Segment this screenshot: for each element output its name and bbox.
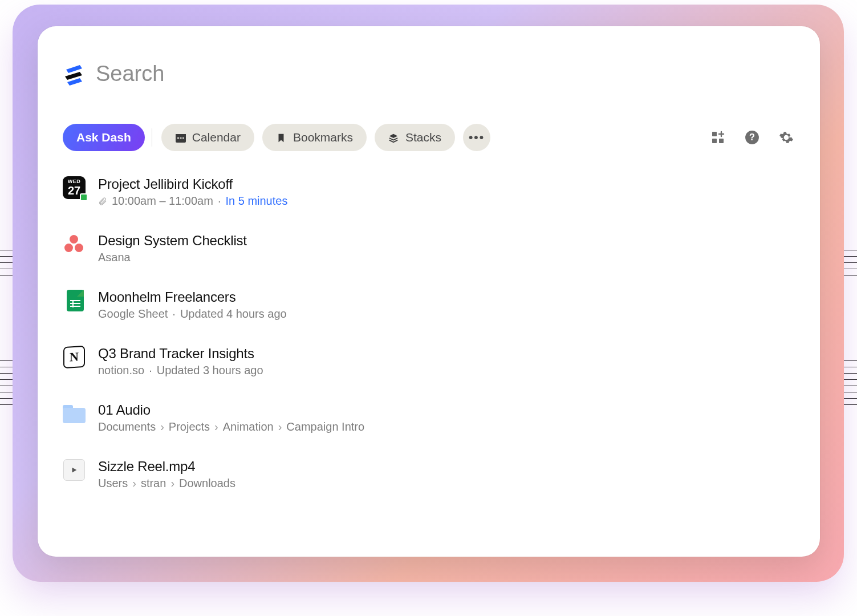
- more-filters-button[interactable]: •••: [463, 124, 490, 151]
- result-breadcrumb: Users› stran› Downloads: [98, 477, 795, 490]
- result-title: Moonhelm Freelancers: [98, 289, 795, 305]
- help-button[interactable]: ?: [744, 129, 761, 146]
- video-file-icon: [63, 459, 86, 481]
- bookmarks-chip[interactable]: Bookmarks: [262, 124, 367, 151]
- result-folder[interactable]: 01 Audio Documents› Projects› Animation›…: [63, 401, 795, 435]
- stacks-icon: [388, 132, 400, 143]
- ellipsis-icon: •••: [469, 131, 485, 144]
- result-subtitle: Asana: [98, 251, 795, 264]
- svg-rect-9: [712, 139, 717, 143]
- settings-button[interactable]: [778, 129, 795, 146]
- svg-marker-0: [66, 65, 82, 73]
- calendar-weekday: WED: [68, 179, 81, 184]
- add-widget-button[interactable]: [709, 129, 726, 146]
- search-row: [63, 62, 795, 86]
- calendar-day: 27: [68, 185, 80, 196]
- notion-icon: N: [63, 346, 86, 368]
- chip-divider: [152, 128, 152, 147]
- calendar-date-icon: WED 27: [63, 176, 86, 199]
- result-breadcrumb: Documents› Projects› Animation› Campaign…: [98, 420, 795, 433]
- filter-chips-row: Ask Dash Calendar Bookmarks Stacks •••: [63, 124, 795, 151]
- result-notion[interactable]: N Q3 Brand Tracker Insights notion.so · …: [63, 345, 795, 378]
- result-calendar-event[interactable]: WED 27 Project Jellibird Kickoff 10:00am…: [63, 175, 795, 209]
- result-video-file[interactable]: Sizzle Reel.mp4 Users› stran› Downloads: [63, 457, 795, 491]
- result-title: Design System Checklist: [98, 233, 795, 249]
- result-subtitle: 10:00am – 11:00am · In 5 minutes: [98, 194, 795, 208]
- chip-label: Bookmarks: [293, 131, 353, 144]
- attachment-icon: [98, 197, 107, 206]
- bookmark-icon: [276, 132, 287, 143]
- svg-rect-6: [180, 137, 181, 139]
- result-title: Project Jellibird Kickoff: [98, 176, 795, 192]
- calendar-chip[interactable]: Calendar: [161, 124, 254, 151]
- search-panel: Ask Dash Calendar Bookmarks Stacks •••: [38, 26, 820, 557]
- result-asana[interactable]: Design System Checklist Asana: [63, 232, 795, 265]
- chip-label: Calendar: [192, 131, 241, 144]
- folder-icon: [63, 402, 86, 425]
- svg-marker-2: [67, 78, 82, 86]
- calendar-icon: [175, 132, 186, 143]
- chip-label: Ask Dash: [76, 131, 131, 144]
- asana-icon: [63, 233, 86, 256]
- ask-dash-button[interactable]: Ask Dash: [63, 124, 145, 151]
- svg-text:?: ?: [749, 132, 755, 142]
- result-title: Q3 Brand Tracker Insights: [98, 346, 795, 362]
- svg-rect-5: [177, 137, 179, 139]
- result-subtitle: notion.so · Updated 3 hours ago: [98, 364, 795, 377]
- toolbar-icons: ?: [709, 129, 795, 146]
- result-subtitle: Google Sheet · Updated 4 hours ago: [98, 307, 795, 321]
- result-title: Sizzle Reel.mp4: [98, 459, 795, 475]
- google-sheet-icon: [63, 289, 86, 312]
- results-list: WED 27 Project Jellibird Kickoff 10:00am…: [63, 175, 795, 491]
- svg-rect-7: [182, 137, 184, 139]
- chip-label: Stacks: [405, 131, 441, 144]
- svg-rect-8: [712, 132, 717, 136]
- search-input[interactable]: [96, 62, 795, 86]
- svg-rect-4: [176, 134, 186, 136]
- result-title: 01 Audio: [98, 402, 795, 418]
- result-google-sheet[interactable]: Moonhelm Freelancers Google Sheet · Upda…: [63, 288, 795, 322]
- app-logo-icon: [63, 63, 86, 86]
- svg-rect-10: [719, 139, 724, 143]
- stacks-chip[interactable]: Stacks: [375, 124, 455, 151]
